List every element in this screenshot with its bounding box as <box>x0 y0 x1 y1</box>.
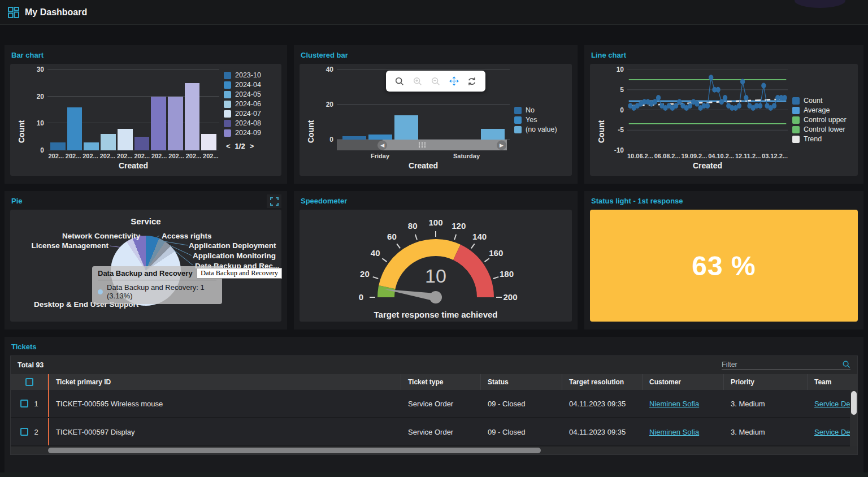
gauge-chart: 02040608010012014016018020010 Target res… <box>300 210 572 322</box>
row-checkbox[interactable] <box>20 428 28 436</box>
legend-item[interactable]: 2024-06 <box>224 100 275 108</box>
customer-link[interactable]: Nieminen Sofia <box>649 400 699 408</box>
legend-item[interactable]: Control lower <box>792 125 851 133</box>
prev-page-button[interactable]: < <box>226 142 231 150</box>
bar[interactable] <box>394 115 418 140</box>
table-row[interactable]: 1 TICKET-000595 Wireless mouse Service O… <box>11 390 858 418</box>
legend-item[interactable]: 2024-08 <box>224 119 275 127</box>
panel-title-tickets: Tickets <box>11 342 858 351</box>
bar[interactable] <box>134 137 150 150</box>
column-customer[interactable]: Customer <box>643 374 724 390</box>
scroll-right-button[interactable]: ▶ <box>497 140 506 150</box>
legend-item[interactable]: 2024-09 <box>224 129 275 137</box>
expand-icon[interactable] <box>267 194 281 208</box>
panel-title-status-light: Status light - 1st response <box>591 197 858 205</box>
panel-title-clustered-bar: Clustered bar <box>301 51 572 59</box>
bar[interactable] <box>168 97 183 150</box>
tickets-table-inner: Ticket primary ID Ticket type Status Tar… <box>11 374 858 446</box>
pie-native-tooltip: Data Backup and Recovery <box>197 268 282 279</box>
scroll-left-button[interactable]: ◀ <box>377 140 387 150</box>
bar[interactable] <box>481 129 505 140</box>
bar-y-axis-title: Count <box>17 70 28 170</box>
search-icon[interactable] <box>842 360 850 368</box>
tickets-total: Total 93 <box>18 361 44 369</box>
svg-text:20: 20 <box>360 269 370 279</box>
table-vscroll-thumb[interactable] <box>851 391 857 415</box>
ticket-target: 04.11.2023 09:35 <box>562 390 643 417</box>
legend-item[interactable]: 2023-10 <box>224 71 275 79</box>
zoom-select-icon[interactable] <box>394 76 405 87</box>
select-all-checkbox[interactable] <box>25 378 33 386</box>
legend-swatch <box>792 136 800 143</box>
legend-swatch <box>224 120 231 127</box>
status-light-value: 63 % <box>692 250 756 281</box>
zoom-out-icon[interactable] <box>430 76 441 87</box>
bar[interactable] <box>201 134 216 150</box>
ticket-priority: 3. Medium <box>724 390 808 417</box>
svg-text:60: 60 <box>387 232 397 241</box>
legend-item[interactable]: Average <box>792 106 851 114</box>
scrollbar-grip[interactable] <box>418 140 426 150</box>
legend-item[interactable]: Control upper <box>792 116 851 124</box>
line-chart-plot: -10-50510 <box>627 70 788 150</box>
legend-item[interactable]: Trend <box>792 135 851 143</box>
legend-item[interactable]: No <box>514 106 565 114</box>
table-hscroll-thumb[interactable] <box>48 448 541 453</box>
y-tick-label: 5 <box>608 86 624 94</box>
column-status[interactable]: Status <box>481 374 562 390</box>
column-target-resolution[interactable]: Target resolution <box>562 374 643 390</box>
legend-swatch <box>224 72 231 79</box>
footer-strip <box>0 472 868 477</box>
gauge-label: Target response time achieved <box>374 310 498 319</box>
line-x-labels: 10.06.2...06.08.2...19.09.2...04.10.2...… <box>627 153 788 159</box>
bar[interactable] <box>185 83 200 150</box>
column-team[interactable]: Team <box>808 374 858 390</box>
customer-link[interactable]: Nieminen Sofia <box>649 428 699 436</box>
bar-chart: Count 0102030 202...202...202...202...20… <box>17 70 275 170</box>
bar[interactable] <box>50 142 66 150</box>
svg-text:80: 80 <box>408 221 418 231</box>
legend-item[interactable]: Yes <box>514 116 565 124</box>
svg-text:100: 100 <box>428 218 442 227</box>
pie-chart: Service Network Connectivity License Man… <box>10 210 281 322</box>
bar[interactable] <box>368 135 392 140</box>
y-tick-label: 10 <box>28 119 44 127</box>
dashboard-grid: Bar chart Count 0102030 202...202...202.… <box>0 45 868 473</box>
column-priority[interactable]: Priority <box>724 374 808 390</box>
app-header: My Dashboard <box>0 0 868 25</box>
y-tick-label: -10 <box>608 146 624 154</box>
pan-icon[interactable] <box>448 76 459 87</box>
bar[interactable] <box>118 129 133 150</box>
bar[interactable] <box>101 134 116 150</box>
legend-item[interactable]: 2024-05 <box>224 90 275 98</box>
filter-input[interactable] <box>722 361 842 368</box>
ticket-status: 09 - Closed <box>481 390 562 417</box>
column-ticket-type[interactable]: Ticket type <box>401 374 481 390</box>
next-page-button[interactable]: > <box>250 142 254 150</box>
line-x-axis-title: Created <box>627 161 788 170</box>
table-row[interactable]: 2 TICKET-000597 Display Service Order 09… <box>11 418 858 446</box>
table-vertical-scrollbar[interactable] <box>850 390 857 446</box>
bar[interactable] <box>84 142 99 150</box>
bar[interactable] <box>151 97 166 150</box>
legend-swatch <box>224 91 231 98</box>
tickets-header-row: Ticket primary ID Ticket type Status Tar… <box>11 374 858 390</box>
chart-horizontal-scrollbar[interactable]: ◀ ▶ <box>337 140 507 150</box>
table-horizontal-scrollbar[interactable] <box>11 446 857 454</box>
column-ticket-primary-id[interactable]: Ticket primary ID <box>48 374 401 390</box>
bar[interactable] <box>67 107 83 150</box>
scrollbar-thumb[interactable] <box>383 140 507 150</box>
dashboard-icon <box>8 7 19 18</box>
legend-item[interactable]: (no value) <box>514 125 565 133</box>
panel-bar-chart: Bar chart Count 0102030 202...202...202.… <box>5 45 287 184</box>
legend-item[interactable]: Count <box>792 97 851 105</box>
legend-item[interactable]: 2024-04 <box>224 81 275 89</box>
pie-tooltip-value: Data Backup and Recovery: 1 (3.13%) <box>107 283 216 300</box>
bar-x-axis-title: Created <box>47 161 219 170</box>
y-tick-label: 40 <box>318 66 333 73</box>
legend-item[interactable]: 2024-07 <box>224 110 275 118</box>
row-checkbox[interactable] <box>20 400 28 407</box>
refresh-icon[interactable] <box>466 76 478 87</box>
zoom-in-icon[interactable] <box>412 76 423 87</box>
gauge-dial: 02040608010012014016018020010 <box>331 213 540 312</box>
